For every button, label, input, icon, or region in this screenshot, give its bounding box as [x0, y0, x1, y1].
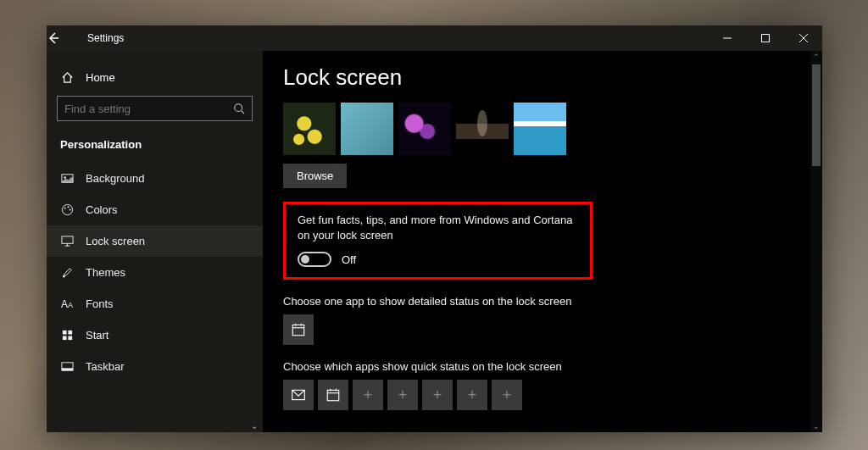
detailed-status-label: Choose one app to show detailed status o… [283, 295, 802, 308]
quick-status-slot-6[interactable]: + [457, 380, 487, 410]
svg-point-15 [63, 275, 64, 277]
sidebar-item-colors[interactable]: Colors [47, 194, 263, 225]
quick-status-slot-5[interactable]: + [422, 380, 453, 410]
plus-icon: + [503, 386, 512, 404]
toggle-knob [301, 255, 309, 264]
quick-status-apps: + + + + + [283, 380, 802, 410]
close-icon [799, 34, 808, 42]
sidebar-item-taskbar[interactable]: Taskbar [47, 351, 263, 382]
browse-button[interactable]: Browse [283, 164, 347, 188]
scroll-down-hint[interactable]: ⌄ [251, 421, 258, 431]
svg-rect-27 [327, 391, 339, 401]
background-thumbnails [283, 103, 802, 155]
home-nav[interactable]: Home [47, 66, 263, 96]
taskbar-icon [60, 360, 74, 373]
thumbnail-3[interactable] [398, 103, 451, 155]
sidebar-item-label: Fonts [86, 297, 114, 310]
scroll-down-button[interactable]: ⌄ [810, 420, 822, 432]
quick-status-slot-1[interactable] [283, 380, 314, 410]
main-scrollbar[interactable]: ⌃ ⌄ [810, 51, 822, 432]
sidebar-item-themes[interactable]: Themes [47, 257, 263, 288]
svg-rect-18 [62, 336, 66, 340]
plus-icon: + [433, 386, 442, 404]
sidebar: Home Personalization Background Colors L… [47, 51, 263, 432]
quick-status-slot-7[interactable]: + [492, 380, 522, 410]
calendar-icon [326, 387, 341, 403]
scrollbar-thumb[interactable] [812, 64, 821, 166]
sidebar-item-background[interactable]: Background [47, 163, 263, 194]
start-icon [60, 329, 74, 342]
svg-point-8 [62, 204, 72, 214]
home-label: Home [86, 71, 115, 84]
home-icon [60, 71, 74, 84]
quick-status-slot-4[interactable]: + [387, 380, 418, 410]
main-content: Lock screen Browse Get fun facts, tips, … [263, 51, 822, 432]
svg-rect-19 [68, 336, 72, 340]
picture-icon [60, 172, 74, 185]
sidebar-item-start[interactable]: Start [47, 319, 263, 351]
maximize-icon [761, 34, 770, 42]
mail-icon [291, 387, 306, 403]
settings-window: Settings Home Personali [47, 25, 822, 432]
maximize-button[interactable] [746, 25, 784, 51]
paintbrush-icon [60, 266, 74, 279]
section-header: Personalization [47, 133, 263, 163]
sidebar-item-label: Themes [86, 266, 125, 279]
scroll-up-button[interactable]: ⌃ [810, 51, 822, 63]
thumbnail-4[interactable] [456, 103, 509, 155]
window-title: Settings [87, 32, 124, 44]
sidebar-item-lock-screen[interactable]: Lock screen [47, 225, 263, 257]
svg-point-10 [67, 206, 69, 208]
svg-rect-22 [292, 325, 304, 336]
svg-point-7 [64, 176, 65, 178]
sidebar-item-fonts[interactable]: AA Fonts [47, 288, 263, 319]
plus-icon: + [398, 386, 408, 404]
monitor-icon [60, 235, 74, 247]
fun-facts-section: Get fun facts, tips, and more from Windo… [283, 202, 593, 280]
detailed-status-app[interactable] [283, 314, 314, 345]
palette-icon [60, 203, 74, 216]
arrow-left-icon [47, 31, 60, 45]
fun-facts-label: Get fun facts, tips, and more from Windo… [298, 213, 578, 243]
svg-point-11 [69, 209, 70, 211]
thumbnail-5[interactable] [514, 103, 566, 155]
calendar-icon [291, 322, 306, 337]
close-button[interactable] [784, 25, 822, 51]
svg-point-4 [235, 104, 242, 112]
sidebar-item-label: Start [86, 329, 108, 342]
fonts-icon: AA [60, 298, 74, 310]
svg-line-5 [242, 111, 245, 114]
sidebar-item-label: Colors [86, 203, 118, 216]
search-box[interactable] [57, 96, 253, 121]
fun-facts-toggle[interactable] [298, 252, 331, 267]
minimize-icon [723, 34, 732, 42]
svg-rect-21 [61, 368, 72, 370]
titlebar: Settings [47, 25, 822, 51]
search-icon [233, 103, 245, 114]
svg-rect-1 [761, 35, 769, 42]
quick-status-slot-2[interactable] [318, 380, 348, 410]
plus-icon: + [468, 386, 477, 404]
sidebar-item-label: Lock screen [86, 235, 145, 247]
thumbnail-2[interactable] [341, 103, 393, 155]
toggle-state-label: Off [342, 253, 356, 266]
sidebar-item-label: Taskbar [86, 360, 125, 373]
plus-icon: + [364, 386, 373, 404]
search-input[interactable] [64, 103, 233, 115]
quick-status-label: Choose which apps show quick status on t… [283, 360, 802, 373]
minimize-button[interactable] [708, 25, 746, 51]
back-button[interactable] [47, 31, 81, 45]
quick-status-slot-3[interactable]: + [353, 380, 383, 410]
thumbnail-1[interactable] [283, 103, 336, 155]
svg-point-9 [64, 208, 65, 209]
svg-rect-12 [61, 236, 72, 243]
sidebar-item-label: Background [86, 172, 144, 185]
page-title: Lock screen [283, 64, 802, 91]
svg-rect-16 [62, 331, 66, 335]
svg-rect-17 [68, 331, 72, 335]
